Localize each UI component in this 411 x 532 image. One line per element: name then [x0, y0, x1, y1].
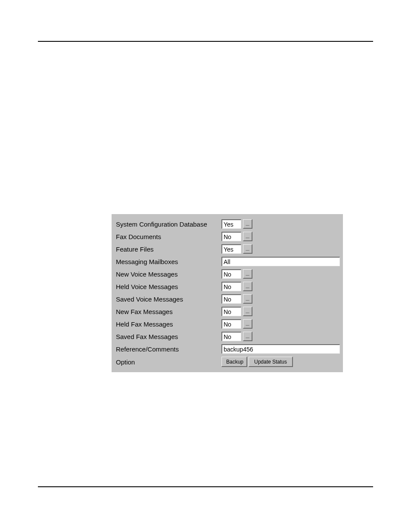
label-held-voice-messages: Held Voice Messages — [115, 283, 221, 290]
system-configuration-database-input[interactable] — [221, 219, 241, 229]
label-saved-voice-messages: Saved Voice Messages — [115, 296, 221, 303]
row-reference-comments: Reference/Comments — [115, 344, 339, 354]
backup-options-panel: System Configuration Database ... Fax Do… — [112, 214, 343, 372]
row-held-voice-messages: Held Voice Messages ... — [115, 282, 339, 291]
label-reference-comments: Reference/Comments — [115, 345, 221, 353]
backup-button[interactable]: Backup — [221, 357, 247, 367]
label-held-fax-messages: Held Fax Messages — [115, 320, 221, 328]
horizontal-rule-bottom — [38, 486, 373, 487]
new-fax-messages-input[interactable] — [221, 307, 241, 316]
saved-fax-messages-browse-button[interactable]: ... — [243, 332, 252, 341]
row-held-fax-messages: Held Fax Messages ... — [115, 319, 339, 329]
reference-comments-input[interactable] — [221, 344, 340, 354]
feature-files-input[interactable] — [221, 244, 241, 254]
update-status-button[interactable]: Update Status — [249, 357, 293, 367]
new-voice-messages-browse-button[interactable]: ... — [243, 269, 252, 279]
saved-voice-messages-input[interactable] — [221, 294, 241, 304]
feature-files-browse-button[interactable]: ... — [243, 244, 252, 254]
saved-voice-messages-browse-button[interactable]: ... — [243, 294, 252, 304]
label-system-configuration-database: System Configuration Database — [115, 221, 221, 228]
horizontal-rule-top — [38, 41, 373, 42]
row-feature-files: Feature Files ... — [115, 244, 339, 254]
label-option: Option — [115, 358, 221, 366]
row-messaging-mailboxes: Messaging Mailboxes — [115, 257, 339, 266]
row-saved-voice-messages: Saved Voice Messages ... — [115, 294, 339, 304]
label-messaging-mailboxes: Messaging Mailboxes — [115, 258, 221, 265]
row-system-configuration-database: System Configuration Database ... — [115, 219, 339, 229]
fax-documents-input[interactable] — [221, 232, 241, 241]
label-feature-files: Feature Files — [115, 246, 221, 253]
row-saved-fax-messages: Saved Fax Messages ... — [115, 332, 339, 341]
label-new-voice-messages: New Voice Messages — [115, 271, 221, 278]
row-option: Option Backup Update Status — [115, 357, 339, 367]
row-new-voice-messages: New Voice Messages ... — [115, 269, 339, 279]
label-fax-documents: Fax Documents — [115, 233, 221, 240]
new-fax-messages-browse-button[interactable]: ... — [243, 307, 252, 316]
held-voice-messages-input[interactable] — [221, 282, 241, 291]
fax-documents-browse-button[interactable]: ... — [243, 232, 252, 241]
saved-fax-messages-input[interactable] — [221, 332, 241, 341]
held-fax-messages-browse-button[interactable]: ... — [243, 319, 252, 329]
label-new-fax-messages: New Fax Messages — [115, 308, 221, 315]
system-configuration-database-browse-button[interactable]: ... — [243, 219, 252, 229]
new-voice-messages-input[interactable] — [221, 269, 241, 279]
label-saved-fax-messages: Saved Fax Messages — [115, 333, 221, 340]
row-fax-documents: Fax Documents ... — [115, 232, 339, 241]
held-fax-messages-input[interactable] — [221, 319, 241, 329]
row-new-fax-messages: New Fax Messages ... — [115, 307, 339, 316]
messaging-mailboxes-input[interactable] — [221, 257, 340, 266]
held-voice-messages-browse-button[interactable]: ... — [243, 282, 252, 291]
